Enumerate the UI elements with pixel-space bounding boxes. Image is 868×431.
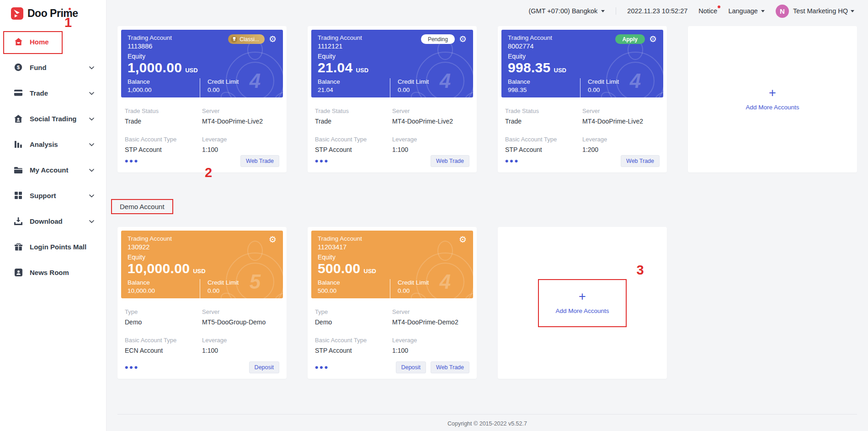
account-number: 1112121: [318, 43, 362, 50]
sidebar-item-label: Home: [30, 38, 49, 46]
equity-value: 500.00: [318, 261, 361, 276]
copyright-text: Copyright © 2015-2022 v5.52.7: [447, 420, 527, 427]
badge-label: Apply: [623, 36, 638, 43]
apply-badge[interactable]: Apply: [615, 34, 645, 44]
notice-link[interactable]: Notice: [698, 7, 717, 15]
sidebar-item-download[interactable]: Download: [0, 208, 106, 234]
settings-gear-icon[interactable]: ⚙: [649, 35, 657, 43]
analysis-bar-chart-icon: [14, 140, 23, 148]
doo-prime-logo-icon: [11, 7, 23, 20]
timezone-dropdown[interactable]: (GMT +07:00) Bangkok: [528, 7, 605, 15]
chevron-down-icon: [89, 140, 94, 148]
badge-label: Classi...: [240, 36, 259, 43]
more-actions-dots[interactable]: •••: [125, 159, 139, 163]
credit-limit-value: 0.00: [398, 86, 429, 93]
info-cell: TypeDemo: [315, 308, 392, 326]
deposit-button[interactable]: Deposit: [396, 361, 426, 373]
language-dropdown[interactable]: Language: [728, 7, 765, 15]
web-trade-button[interactable]: Web Trade: [240, 155, 279, 167]
notification-dot: [718, 5, 720, 8]
account-number: 8002774: [508, 43, 552, 50]
avatar: N: [776, 5, 789, 18]
trade-icon: [14, 90, 23, 96]
account-card-8002774: Trading Account 8002774 Apply ⚙ Equity 9…: [498, 26, 667, 172]
add-more-accounts-label: Add More Accounts: [746, 104, 799, 111]
classic-tier-badge[interactable]: Classi...: [228, 34, 265, 44]
divider: [200, 279, 200, 298]
trading-account-label: Trading Account: [318, 34, 362, 41]
add-more-accounts-label: Add More Accounts: [555, 307, 609, 314]
demo-account-card-11203417: Trading Account 11203417 ⚙ Equity 500.00…: [308, 227, 477, 379]
equity-label: Equity: [318, 53, 467, 60]
logo-red-dot: [69, 8, 71, 10]
settings-gear-icon[interactable]: ⚙: [269, 35, 277, 43]
plus-icon: +: [579, 292, 586, 301]
web-trade-button[interactable]: Web Trade: [621, 155, 660, 167]
sidebar-item-home[interactable]: Home: [0, 29, 106, 54]
currency: USD: [356, 67, 368, 74]
deposit-button[interactable]: Deposit: [249, 361, 279, 373]
brand-logo: Doo Prime: [11, 7, 106, 20]
user-menu[interactable]: N Test Marketing HQ: [776, 5, 854, 18]
trading-account-label: Trading Account: [318, 235, 362, 242]
sidebar-item-label: Support: [30, 192, 56, 199]
trophy-icon: [231, 36, 237, 43]
more-actions-dots[interactable]: •••: [315, 159, 329, 163]
sidebar-item-login-points-mall[interactable]: Login Points Mall: [0, 234, 106, 259]
download-icon: [14, 217, 23, 225]
info-cell: Leverage1:100: [202, 337, 279, 354]
web-trade-button[interactable]: Web Trade: [431, 361, 469, 373]
add-more-accounts-card-live[interactable]: + Add More Accounts: [688, 26, 857, 172]
folder-icon: [14, 167, 23, 173]
pending-badge[interactable]: Pending: [421, 34, 455, 44]
info-cell: Leverage1:100: [392, 136, 469, 153]
add-more-accounts-card-demo[interactable]: + Add More Accounts 3: [498, 227, 667, 379]
info-cell: Basic Account TypeECN Account: [125, 337, 202, 354]
info-cell: Basic Account TypeSTP Account: [125, 136, 202, 153]
caret-down-icon: [761, 10, 765, 12]
sidebar-item-social-trading[interactable]: Social Trading: [0, 106, 106, 131]
sidebar-item-analysis[interactable]: Analysis: [0, 131, 106, 157]
sidebar-item-my-account[interactable]: My Account: [0, 157, 106, 183]
chevron-down-icon: [89, 191, 94, 199]
credit-limit-label: Credit Limit: [208, 78, 239, 85]
more-actions-dots[interactable]: •••: [505, 159, 519, 163]
home-icon: [14, 38, 23, 46]
currency: USD: [364, 268, 376, 275]
more-actions-dots[interactable]: •••: [125, 365, 139, 370]
sidebar-item-fund[interactable]: $ Fund: [0, 54, 106, 80]
balance-label: Balance: [128, 78, 200, 85]
top-header: (GMT +07:00) Bangkok 2022.11.23 10:52:27…: [107, 0, 868, 22]
settings-gear-icon[interactable]: ⚙: [269, 235, 277, 244]
equity-label: Equity: [318, 253, 467, 261]
credit-limit-label: Credit Limit: [588, 78, 619, 85]
info-cell: Basic Account TypeSTP Account: [315, 337, 392, 354]
sidebar-item-news-room[interactable]: News Room: [0, 259, 106, 285]
balance-label: Balance: [318, 279, 390, 286]
account-number: 130922: [128, 243, 172, 251]
sidebar-nav: Home $ Fund Trade Social Trading: [0, 29, 106, 285]
notice-label: Notice: [698, 7, 717, 15]
info-cell: Trade StatusTrade: [505, 108, 582, 125]
settings-gear-icon[interactable]: ⚙: [459, 235, 467, 244]
web-trade-button[interactable]: Web Trade: [431, 155, 469, 167]
info-cell: ServerMT4-DooPrime-Live2: [392, 108, 469, 125]
sidebar-item-trade[interactable]: Trade: [0, 80, 106, 106]
equity-value: 1,000.00: [128, 60, 182, 75]
equity-value: 10,000.00: [128, 261, 190, 276]
credit-limit-value: 0.00: [588, 86, 619, 93]
chevron-down-icon: [89, 166, 94, 174]
credit-limit-value: 0.00: [208, 86, 239, 93]
account-card-1112121: Trading Account 1112121 Pending ⚙ Equity…: [308, 26, 477, 172]
account-number: 11203417: [318, 243, 362, 251]
annotation-box-add-more: + Add More Accounts 3: [538, 279, 626, 327]
info-cell: ServerMT4-DooPrime-Live2: [582, 108, 660, 125]
settings-gear-icon[interactable]: ⚙: [459, 35, 467, 43]
balance-label: Balance: [318, 78, 390, 85]
more-actions-dots[interactable]: •••: [315, 365, 329, 370]
info-cell: TypeDemo: [125, 308, 202, 326]
sidebar-item-support[interactable]: Support: [0, 183, 106, 208]
sidebar-item-label: Trade: [30, 89, 48, 97]
equity-value: 21.04: [318, 60, 353, 75]
sidebar-item-label: Fund: [30, 64, 47, 71]
